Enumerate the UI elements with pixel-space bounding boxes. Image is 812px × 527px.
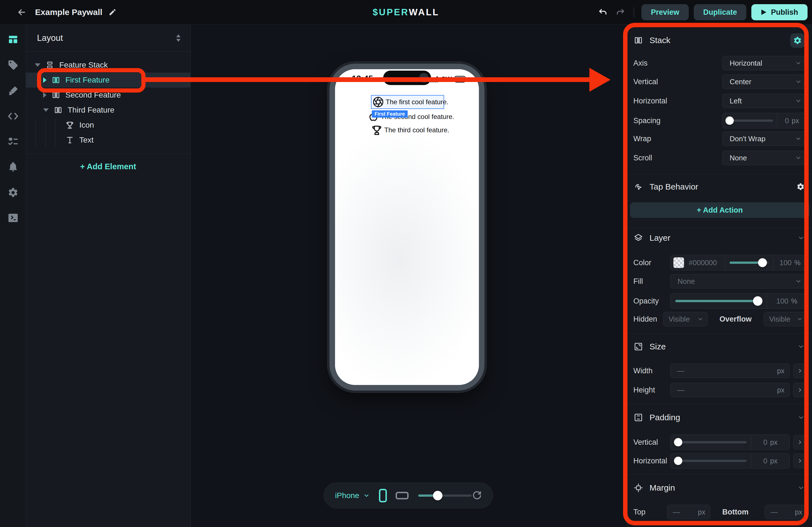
color-control: #000000 100 % xyxy=(670,255,807,270)
feature-row-3[interactable]: The third cool feature. xyxy=(371,124,449,136)
opacity-value-field[interactable]: 100 % xyxy=(767,297,807,305)
scroll-dropdown[interactable]: None xyxy=(722,151,807,165)
undo-icon xyxy=(598,7,608,17)
fill-row: Fill None xyxy=(627,274,812,288)
back-button[interactable] xyxy=(16,7,27,18)
refresh-button[interactable] xyxy=(472,491,482,501)
phone-screen[interactable]: 12:45 SW The first cool feature. First F… xyxy=(335,69,479,385)
duplicate-button[interactable]: Duplicate xyxy=(694,4,746,20)
margin-section-header[interactable]: Margin xyxy=(627,481,812,495)
horizontal-label: Horizontal xyxy=(633,97,667,105)
spacing-value-field[interactable]: 0 px xyxy=(777,117,807,125)
fill-dropdown[interactable]: None xyxy=(670,274,807,288)
app-body: Layout Feature Stack First Feature xyxy=(0,25,812,527)
redo-button[interactable] xyxy=(614,6,626,18)
opacity-unit: % xyxy=(791,297,797,305)
undo-button[interactable] xyxy=(597,6,609,18)
wrap-dropdown[interactable]: Don't Wrap xyxy=(722,132,807,146)
size-section-header[interactable]: Size xyxy=(627,340,812,354)
zoom-slider[interactable] xyxy=(418,495,472,497)
padding-horizontal-field[interactable]: 0 px xyxy=(751,457,789,465)
add-action-button[interactable]: + Add Action xyxy=(630,202,810,218)
section-divider xyxy=(627,174,812,175)
padding-horizontal-unit: px xyxy=(770,457,778,465)
nav-settings-button[interactable] xyxy=(7,186,19,199)
caret-down-icon[interactable] xyxy=(35,63,40,67)
vstack-icon xyxy=(45,60,55,70)
portrait-mode-button[interactable] xyxy=(379,488,387,502)
canvas[interactable]: 12:45 SW The first cool feature. First F… xyxy=(191,25,627,527)
color-hex-field[interactable]: #000000 xyxy=(689,258,725,267)
terminal-icon xyxy=(8,212,19,224)
caret-right-icon[interactable] xyxy=(43,77,46,83)
layout-icon xyxy=(8,34,19,45)
horizontal-alignment-row: Horizontal Left xyxy=(627,94,812,108)
nav-layout-button[interactable] xyxy=(7,33,19,46)
publish-button[interactable]: Publish xyxy=(751,4,808,20)
sort-button[interactable] xyxy=(175,34,182,42)
caret-down-icon[interactable] xyxy=(43,108,49,112)
hidden-dropdown[interactable]: Visible xyxy=(663,312,708,326)
tree-item-first-feature[interactable]: First Feature xyxy=(26,73,190,88)
nav-theme-button[interactable] xyxy=(7,85,19,97)
hstack-glyph xyxy=(634,35,643,45)
margin-top-input[interactable]: — px xyxy=(667,505,710,519)
preview-button[interactable]: Preview xyxy=(641,4,689,20)
color-swatch[interactable] xyxy=(673,257,684,268)
edit-pencil-icon[interactable] xyxy=(108,8,116,16)
color-alpha-field[interactable]: 100 % xyxy=(773,258,807,267)
horizontal-dropdown[interactable]: Left xyxy=(722,94,807,108)
chevron-down-icon[interactable] xyxy=(363,492,370,499)
nav-products-button[interactable] xyxy=(7,59,19,72)
tree-item-feature-stack[interactable]: Feature Stack xyxy=(26,58,190,73)
nav-notifications-button[interactable] xyxy=(7,160,19,173)
layer-section-header[interactable]: Layer xyxy=(627,231,812,245)
padding-section-header[interactable]: Padding xyxy=(627,410,812,425)
stack-settings-button[interactable] xyxy=(790,33,805,48)
padding-vertical-expand-button[interactable] xyxy=(793,435,807,450)
tree-item-label: First Feature xyxy=(66,76,110,85)
padding-vertical-field[interactable]: 0 px xyxy=(751,438,789,447)
caret-right-icon[interactable] xyxy=(43,92,46,98)
margin-row: Top — px Bottom — px xyxy=(627,505,812,519)
left-icon-rail xyxy=(0,25,26,527)
feature-row-1[interactable]: The first cool feature. xyxy=(372,95,448,108)
color-alpha-slider[interactable] xyxy=(730,261,769,264)
hstack-icon xyxy=(53,105,63,115)
chevron-right-icon xyxy=(797,458,803,464)
height-expand-button[interactable] xyxy=(793,383,807,397)
tree-item-text[interactable]: Text xyxy=(26,133,190,148)
axis-dropdown[interactable]: Horizontal xyxy=(722,56,807,70)
nav-code-button[interactable] xyxy=(7,110,19,123)
padding-horizontal-expand-button[interactable] xyxy=(793,454,807,468)
tree-item-third-feature[interactable]: Third Feature xyxy=(26,103,190,118)
device-select[interactable]: iPhone xyxy=(335,491,359,500)
nav-console-button[interactable] xyxy=(7,212,19,224)
landscape-mode-button[interactable] xyxy=(395,491,409,500)
chevron-down-icon xyxy=(795,60,802,66)
nav-checklist-button[interactable] xyxy=(7,135,19,148)
add-element-button[interactable]: + Add Element xyxy=(26,159,190,174)
height-input[interactable]: — px xyxy=(670,383,790,397)
overflow-dropdown[interactable]: Visible xyxy=(764,312,807,326)
sort-icon xyxy=(175,34,182,42)
feature-text: The first cool feature. xyxy=(386,98,448,106)
width-input[interactable]: — px xyxy=(670,364,790,378)
padding-vertical-slider[interactable] xyxy=(674,441,746,443)
color-row: Color #000000 100 % xyxy=(627,255,812,270)
horizontal-value: Left xyxy=(730,97,742,105)
tree-item-icon[interactable]: Icon xyxy=(26,118,190,133)
padding-horizontal-slider[interactable] xyxy=(674,460,746,462)
opacity-slider[interactable] xyxy=(676,300,762,302)
spacing-slider[interactable] xyxy=(726,120,773,122)
vertical-dropdown[interactable]: Center xyxy=(722,75,807,89)
camera-dot xyxy=(419,73,429,82)
padding-vertical-control: 0 px xyxy=(670,434,790,450)
margin-bottom-input[interactable]: — px xyxy=(765,505,807,519)
wrap-value: Don't Wrap xyxy=(730,135,766,143)
spacing-unit: px xyxy=(792,117,799,125)
hstack-icon xyxy=(633,35,643,45)
width-expand-button[interactable] xyxy=(793,364,807,378)
tap-behavior-settings-button[interactable] xyxy=(796,183,805,191)
tree-item-second-feature[interactable]: Second Feature xyxy=(26,88,190,103)
